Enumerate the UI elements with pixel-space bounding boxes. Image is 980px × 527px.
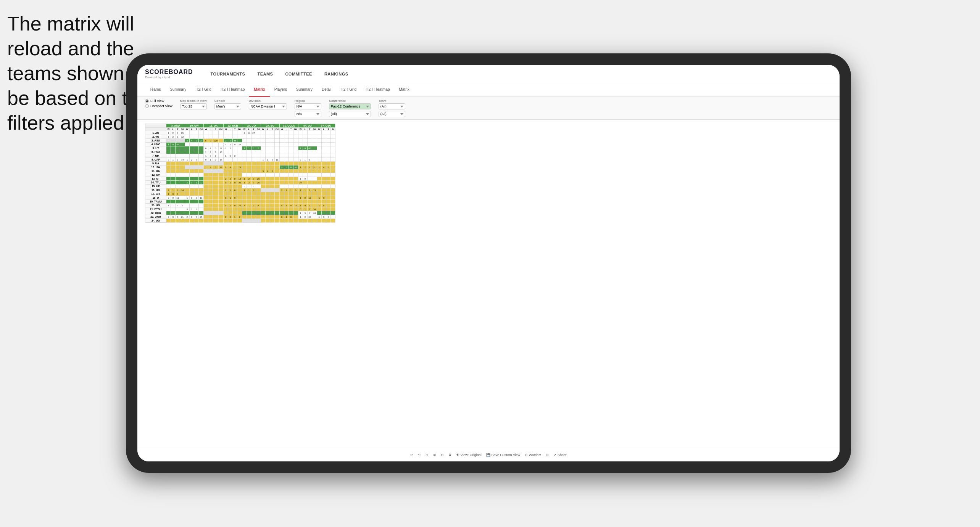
matrix-cell [293,196,298,200]
grid-btn[interactable]: ⊞ [546,453,549,457]
matrix-cell: 0 [176,131,180,135]
matrix-cell [194,219,199,223]
matrix-cell [270,139,275,143]
matrix-cell [317,150,322,154]
asu-t: T [176,128,180,131]
matrix-cell [199,165,204,169]
save-custom-btn[interactable]: 💾 Save Custom View [486,453,520,457]
matrix-cell [280,200,284,204]
team-select[interactable]: (All) [379,103,405,109]
matrix-cell: 1 [190,181,194,185]
subnav-matrix1[interactable]: Matrix [249,83,269,97]
matrix-cell [326,173,331,177]
matrix-cell: 0 [176,135,180,139]
region-select2[interactable]: N/A [295,111,321,117]
subnav-h2hgrid1[interactable]: H2H Grid [191,83,216,97]
matrix-cell: 1 [317,215,322,219]
ucla-w: W [280,128,284,131]
matrix-cell [256,200,261,204]
subnav-detail[interactable]: Detail [317,83,336,97]
full-view-radio[interactable]: Full View [145,99,172,103]
subnav-players[interactable]: Players [270,83,292,97]
matrix-cell [312,150,317,154]
matrix-cell [280,192,284,196]
matrix-cell [326,146,331,150]
matrix-cell [199,169,204,173]
share-btn[interactable]: ↗ Share [553,453,567,457]
matrix-cell [204,207,208,211]
nav-rankings[interactable]: RANKINGS [318,65,355,83]
undo-btn[interactable]: ↩ [410,453,413,457]
nav-tournaments[interactable]: TOURNAMENTS [205,65,251,83]
ua-w: W [204,128,208,131]
matrix-cell [190,219,194,223]
zoom-out-btn[interactable]: ⊖ [441,453,444,457]
matrix-cell [289,158,293,162]
matrix-cell [199,200,204,204]
matrix-cell [326,188,331,192]
matrix-cell [180,196,185,200]
matrix-cell [166,181,171,185]
matrix-cell: 1 [224,143,228,146]
matrix-cell [247,154,251,158]
matrix-cell [266,188,270,192]
zoom-in-btn[interactable]: ⊕ [433,453,436,457]
matrix-cell: 0 [185,139,190,143]
subnav-summary1[interactable]: Summary [165,83,191,97]
max-teams-select[interactable]: Top 25 [180,103,207,109]
settings-btn[interactable]: ⚙ [448,453,451,457]
matrix-cell [256,192,261,196]
subnav-matrix2[interactable]: Matrix [395,83,414,97]
refresh-btn[interactable]: ⊙ [426,453,429,457]
conference-select[interactable]: Pac-12 Conference [329,103,371,109]
matrix-cell: 0 [233,196,237,200]
row-label-18: 19. TAMU [145,200,166,204]
matrix-cell [256,135,261,139]
view-original-btn[interactable]: 👁 View: Original [456,453,482,457]
matrix-cell: 1 [242,146,247,150]
matrix-cell [280,154,284,158]
matrix-cell: 0 [326,215,331,219]
compact-view-radio[interactable]: Compact View [145,104,172,108]
matrix-cell [204,162,208,165]
subnav-summary2[interactable]: Summary [292,83,317,97]
redo-btn[interactable]: ↪ [418,453,421,457]
subnav-h2hheatmap1[interactable]: H2H Heatmap [216,83,249,97]
watch-btn[interactable]: ⊙ Watch ▾ [525,453,541,457]
matrix-cell: 40 [308,146,312,150]
gender-select[interactable]: Men's [214,103,241,109]
region-select[interactable]: N/A [295,103,321,109]
matrix-cell: 4 [208,150,213,154]
matrix-cell: 0 [303,146,308,150]
matrix-cell: 0 [233,204,237,207]
conference-select2[interactable]: (All) [329,111,371,117]
matrix-cell [280,177,284,181]
matrix-cell: 15 [219,158,224,162]
division-select[interactable]: NCAA Division I [249,103,287,109]
nav-committee[interactable]: COMMITTEE [279,65,318,83]
matrix-cell [270,150,275,154]
matrix-cell: 36 [237,181,242,185]
row-label-9: 10. UW [145,165,166,169]
matrix-cell [208,200,213,204]
matrix-cell [171,150,176,154]
subnav-h2hgrid2[interactable]: H2H Grid [336,83,361,97]
subnav-h2hheatmap2[interactable]: H2H Heatmap [361,83,394,97]
matrix-cell [204,177,208,181]
matrix-cell: 1 [171,204,176,207]
matrix-cell [331,211,335,215]
nav-teams[interactable]: TEAMS [251,65,279,83]
matrix-cell [224,131,228,135]
matrix-cell [247,200,251,204]
matrix-cell: 90 [199,139,204,143]
table-row: 21. ETSU01001034 [145,207,335,211]
col-ucla: 31. UCLA [280,124,298,128]
matrix-cell: 0 [280,215,284,219]
subnav-teams[interactable]: Teams [145,83,165,97]
matrix-cell [190,162,194,165]
matrix-cell [266,131,270,135]
matrix-cell [224,162,228,165]
matrix-cell: 1 [247,185,251,188]
team-select2[interactable]: (All) [379,111,405,117]
matrix-area[interactable]: 3. ASU 10. UW 11. UA 22. UCB 24. UO 27. … [137,120,840,448]
